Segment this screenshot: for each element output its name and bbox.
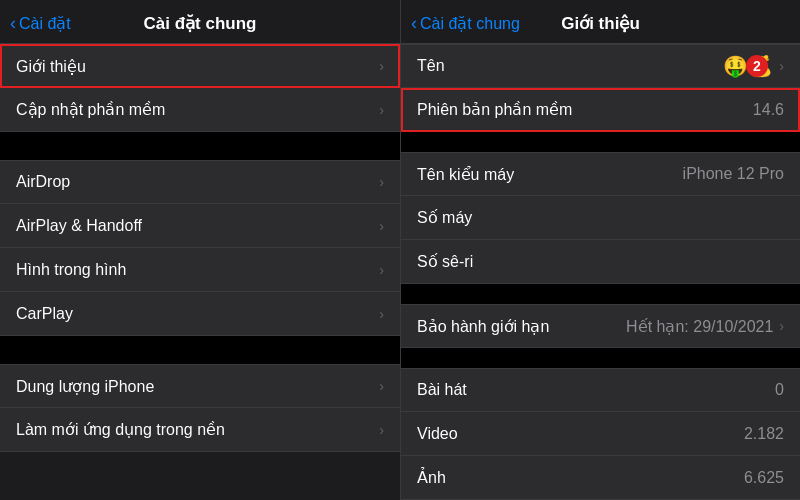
bai-hat-value: 0 (775, 381, 784, 399)
airdrop-label: AirDrop (16, 173, 70, 191)
bai-hat-label: Bài hát (417, 381, 467, 399)
left-panel: ‹ Cài đặt Cài đặt chung Giới thiệu › 1 C… (0, 0, 400, 500)
video-row[interactable]: Video 2.182 (401, 412, 800, 456)
hinh-trong-hinh-row[interactable]: Hình trong hình › (0, 248, 400, 292)
right-section-1: Tên 🤑💰 › 2 Phiên bản phần mềm 14.6 (401, 44, 800, 132)
right-back-button[interactable]: ‹ Cài đặt chung (411, 13, 520, 34)
gioi-thieu-row[interactable]: Giới thiệu › (0, 44, 400, 88)
phien-ban-right: 14.6 (753, 101, 784, 119)
anh-label: Ảnh (417, 468, 446, 487)
airplay-chevron: › (379, 218, 384, 234)
gioi-thieu-label: Giới thiệu (16, 57, 86, 76)
right-section-4: Bài hát 0 Video 2.182 Ảnh 6.625 (401, 368, 800, 500)
left-section-1: Giới thiệu › 1 Cập nhật phần mềm › (0, 44, 400, 132)
right-section-2: Tên kiểu máy iPhone 12 Pro Số máy Số sê-… (401, 152, 800, 284)
left-section-3: Dung lượng iPhone › Làm mới ứng dụng tro… (0, 364, 400, 452)
bai-hat-row[interactable]: Bài hát 0 (401, 368, 800, 412)
left-back-button[interactable]: ‹ Cài đặt (10, 13, 71, 34)
airdrop-row[interactable]: AirDrop › (0, 160, 400, 204)
right-gap-2 (401, 284, 800, 304)
lam-moi-row[interactable]: Làm mới ứng dụng trong nền › (0, 408, 400, 452)
ten-row[interactable]: Tên 🤑💰 › 2 (401, 44, 800, 88)
hinh-trong-hinh-chevron: › (379, 262, 384, 278)
anh-right: 6.625 (744, 469, 784, 487)
phien-ban-value: 14.6 (753, 101, 784, 119)
right-back-chevron-icon: ‹ (411, 13, 417, 34)
video-right: 2.182 (744, 425, 784, 443)
so-se-ri-label: Số sê-ri (417, 252, 473, 271)
bao-hanh-value: Hết hạn: 29/10/2021 (626, 317, 773, 336)
cap-nhat-row[interactable]: Cập nhật phần mềm › (0, 88, 400, 132)
anh-row[interactable]: Ảnh 6.625 (401, 456, 800, 500)
airplay-right: › (379, 218, 384, 234)
airdrop-chevron: › (379, 174, 384, 190)
right-panel-content: Tên 🤑💰 › 2 Phiên bản phần mềm 14.6 Tên k… (401, 44, 800, 500)
carplay-row[interactable]: CarPlay › (0, 292, 400, 336)
cap-nhat-chevron: › (379, 102, 384, 118)
dung-luong-row[interactable]: Dung lượng iPhone › (0, 364, 400, 408)
carplay-label: CarPlay (16, 305, 73, 323)
right-back-label: Cài đặt chung (420, 14, 520, 33)
ten-kieu-may-right: iPhone 12 Pro (683, 165, 784, 183)
right-gap-3 (401, 348, 800, 368)
carplay-right: › (379, 306, 384, 322)
airdrop-right: › (379, 174, 384, 190)
airplay-label: AirPlay & Handoff (16, 217, 142, 235)
ten-kieu-may-value: iPhone 12 Pro (683, 165, 784, 183)
dung-luong-right: › (379, 378, 384, 394)
bao-hanh-label: Bảo hành giới hạn (417, 317, 549, 336)
phien-ban-label: Phiên bản phần mềm (417, 100, 572, 119)
left-section-2: AirDrop › AirPlay & Handoff › Hình trong… (0, 160, 400, 336)
cap-nhat-label: Cập nhật phần mềm (16, 100, 165, 119)
bai-hat-right: 0 (775, 381, 784, 399)
left-gap-2 (0, 336, 400, 364)
so-may-row[interactable]: Số máy (401, 196, 800, 240)
carplay-chevron: › (379, 306, 384, 322)
gioi-thieu-right: › (379, 58, 384, 74)
ten-chevron: › (779, 58, 784, 74)
anh-value: 6.625 (744, 469, 784, 487)
hinh-trong-hinh-right: › (379, 262, 384, 278)
back-chevron-icon: ‹ (10, 13, 16, 34)
dung-luong-chevron: › (379, 378, 384, 394)
phien-ban-row[interactable]: Phiên bản phần mềm 14.6 (401, 88, 800, 132)
left-panel-content: Giới thiệu › 1 Cập nhật phần mềm › AirDr… (0, 44, 400, 500)
badge-2: 2 (746, 55, 768, 77)
dung-luong-label: Dung lượng iPhone (16, 377, 154, 396)
airplay-row[interactable]: AirPlay & Handoff › (0, 204, 400, 248)
lam-moi-chevron: › (379, 422, 384, 438)
video-value: 2.182 (744, 425, 784, 443)
so-may-label: Số máy (417, 208, 472, 227)
lam-moi-label: Làm mới ứng dụng trong nền (16, 420, 225, 439)
right-panel: ‹ Cài đặt chung Giới thiệu Tên 🤑💰 › 2 Ph… (400, 0, 800, 500)
left-back-label: Cài đặt (19, 14, 71, 33)
so-se-ri-row[interactable]: Số sê-ri (401, 240, 800, 284)
left-header: ‹ Cài đặt Cài đặt chung (0, 0, 400, 44)
left-panel-title: Cài đặt chung (144, 13, 257, 34)
hinh-trong-hinh-label: Hình trong hình (16, 261, 126, 279)
ten-kieu-may-row[interactable]: Tên kiểu máy iPhone 12 Pro (401, 152, 800, 196)
gioi-thieu-wrapper: Giới thiệu › 1 (0, 44, 400, 88)
bao-hanh-row[interactable]: Bảo hành giới hạn Hết hạn: 29/10/2021 › (401, 304, 800, 348)
right-section-3: Bảo hành giới hạn Hết hạn: 29/10/2021 › (401, 304, 800, 348)
bao-hanh-chevron: › (779, 318, 784, 334)
ten-label: Tên (417, 57, 445, 75)
bao-hanh-right: Hết hạn: 29/10/2021 › (626, 317, 784, 336)
gioi-thieu-chevron: › (379, 58, 384, 74)
right-gap-1 (401, 132, 800, 152)
lam-moi-right: › (379, 422, 384, 438)
right-panel-title: Giới thiệu (561, 13, 640, 34)
video-label: Video (417, 425, 458, 443)
cap-nhat-right: › (379, 102, 384, 118)
left-gap-1 (0, 132, 400, 160)
right-header: ‹ Cài đặt chung Giới thiệu (401, 0, 800, 44)
ten-kieu-may-label: Tên kiểu máy (417, 165, 514, 184)
